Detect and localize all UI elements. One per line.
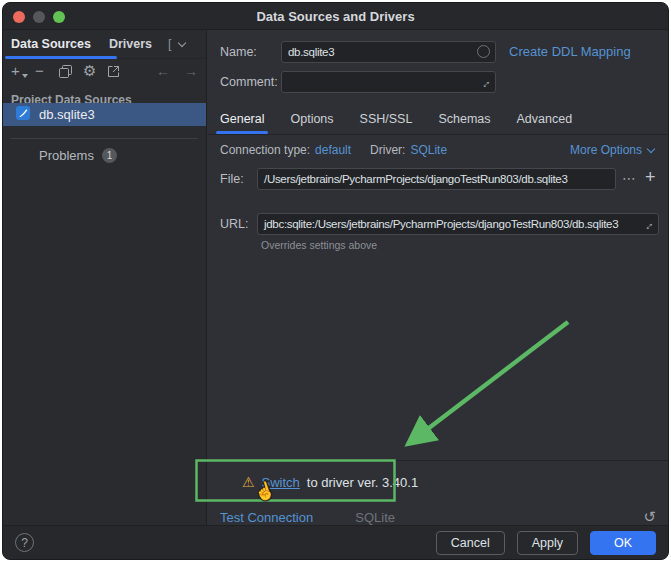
test-connection-row: Test Connection SQLite ↺ xyxy=(220,508,656,526)
file-label: File: xyxy=(220,172,244,186)
main-panel: Name: db.sqlite3 Create DDL Mapping Comm… xyxy=(208,30,668,525)
tab-drivers[interactable]: Drivers xyxy=(109,37,152,51)
tabs-separator xyxy=(208,134,668,135)
add-data-source-icon[interactable]: + xyxy=(11,64,35,78)
notice-separator xyxy=(208,460,668,461)
window-title: Data Sources and Drivers xyxy=(256,9,414,24)
title-bar: Data Sources and Drivers xyxy=(3,3,668,30)
switch-driver-link[interactable]: Switch xyxy=(262,475,300,490)
driver-name-dim: SQLite xyxy=(355,510,395,525)
tab-advanced[interactable]: Advanced xyxy=(517,112,573,134)
close-button[interactable] xyxy=(13,11,25,23)
problems-label: Problems xyxy=(39,148,94,163)
file-input[interactable]: /Users/jetbrains/PycharmProjects/djangoT… xyxy=(257,168,616,190)
url-hint: Overrides settings above xyxy=(261,239,377,251)
dialog-button-bar: ? Cancel Apply OK xyxy=(3,525,668,559)
sidebar-divider xyxy=(11,138,198,139)
comment-input[interactable]: ↔ xyxy=(281,71,496,93)
expand-icon[interactable]: ↔ xyxy=(473,71,496,93)
connection-type-link[interactable]: default xyxy=(315,143,351,157)
connection-type-label: Connection type: xyxy=(220,143,310,157)
help-button[interactable]: ? xyxy=(15,533,34,552)
sqlite-db-icon xyxy=(15,105,31,125)
tab-data-sources[interactable]: Data Sources xyxy=(11,37,91,51)
duplicate-icon[interactable] xyxy=(59,65,83,78)
more-options-link[interactable]: More Options xyxy=(570,143,654,157)
test-connection-link[interactable]: Test Connection xyxy=(220,510,313,525)
driver-link[interactable]: SQLite xyxy=(410,143,447,157)
refresh-ring-icon xyxy=(477,45,490,58)
ok-button[interactable]: OK xyxy=(590,531,656,555)
tab-options[interactable]: Options xyxy=(290,112,333,134)
zoom-button[interactable] xyxy=(53,11,65,23)
active-tab-underline xyxy=(5,56,117,59)
open-in-new-icon[interactable] xyxy=(107,65,131,78)
create-ddl-mapping-link[interactable]: Create DDL Mapping xyxy=(509,44,631,59)
forward-arrow-icon[interactable]: → xyxy=(184,63,198,79)
settings-gear-icon[interactable]: ⚙ xyxy=(83,64,107,78)
tab-ssh-ssl[interactable]: SSH/SSL xyxy=(360,112,413,134)
switch-notice-text: to driver ver. 3.40.1 xyxy=(307,475,418,490)
driver-switch-notice: ⚠ Switch to driver ver. 3.40.1 xyxy=(242,474,418,490)
cancel-button[interactable]: Cancel xyxy=(436,531,505,555)
remove-data-source-icon[interactable]: − xyxy=(35,64,59,78)
apply-button[interactable]: Apply xyxy=(517,531,578,555)
driver-label: Driver: xyxy=(370,143,405,157)
expand-icon[interactable]: ↔ xyxy=(636,213,659,235)
sidebar: Data Sources Drivers [ + − ⚙ ← → Project… xyxy=(3,30,207,525)
name-input[interactable]: db.sqlite3 xyxy=(281,41,496,63)
url-input[interactable]: jdbc:sqlite:/Users/jetbrains/PycharmProj… xyxy=(257,213,659,235)
sidebar-toolbar: + − ⚙ ← → xyxy=(3,59,206,83)
sidebar-tabs: Data Sources Drivers [ xyxy=(3,30,206,59)
undo-icon[interactable]: ↺ xyxy=(643,508,656,526)
name-label: Name: xyxy=(220,45,257,59)
chevron-down-icon xyxy=(647,145,655,153)
tab-ddl-mappings-truncated[interactable]: [ xyxy=(168,37,171,51)
browse-file-icon[interactable]: ⋯ xyxy=(622,170,636,186)
data-source-item-label: db.sqlite3 xyxy=(39,107,95,122)
tab-general[interactable]: General xyxy=(220,112,264,134)
connection-row: Connection type: default Driver: SQLite … xyxy=(220,143,654,157)
data-sources-dialog: Data Sources and Drivers Data Sources Dr… xyxy=(2,2,669,560)
settings-tabs: General Options SSH/SSL Schemas Advanced xyxy=(220,112,572,134)
back-arrow-icon[interactable]: ← xyxy=(156,63,170,79)
problems-count-badge: 1 xyxy=(102,148,117,163)
chevron-down-icon[interactable] xyxy=(178,38,186,46)
warning-icon: ⚠ xyxy=(242,474,255,490)
url-label: URL: xyxy=(220,217,248,231)
add-file-icon[interactable]: + xyxy=(645,167,656,188)
tab-schemas[interactable]: Schemas xyxy=(438,112,490,134)
minimize-button[interactable] xyxy=(33,11,45,23)
add-dropdown-caret xyxy=(22,74,28,78)
problems-item[interactable]: Problems 1 xyxy=(39,148,117,163)
data-source-item-db-sqlite3[interactable]: db.sqlite3 xyxy=(3,103,206,126)
comment-label: Comment: xyxy=(220,75,278,89)
traffic-lights xyxy=(13,3,65,30)
history-nav: ← → xyxy=(156,63,198,79)
